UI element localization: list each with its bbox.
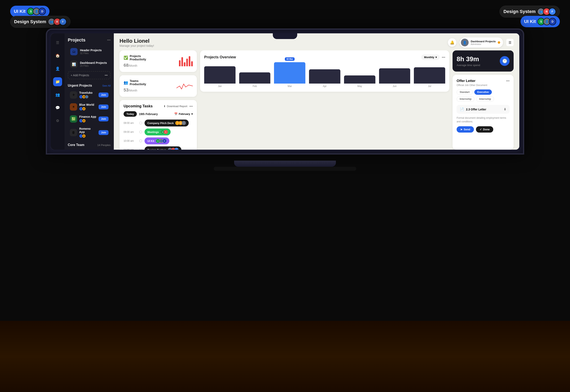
- teams-productivity-card: 👥 TeamsProductivity 53/Month: [120, 75, 197, 97]
- tr-avatar-f: F: [549, 8, 556, 15]
- tab-internship-2[interactable]: Internship: [476, 96, 494, 102]
- top-left-uikit-badge[interactable]: UI Kit S 👤 D: [10, 6, 49, 17]
- monthly-label: Monthly: [424, 56, 434, 59]
- user-role: Administor: [471, 43, 496, 45]
- user-chip[interactable]: 👤 Dashboard Projects Administor: [460, 37, 503, 48]
- offer-tabs: Standart Executive Internship Internship: [457, 89, 510, 102]
- sidebar-icon-hamburger[interactable]: ☰: [53, 38, 62, 47]
- urgent-info-traveluko: Traveluko T W 👤: [79, 91, 96, 98]
- top-right-uikit-avatars: S 👤 D: [538, 18, 556, 25]
- download-label: Download Report: [167, 105, 187, 108]
- sidebar-icon-home[interactable]: 🏠: [53, 51, 62, 60]
- sidebar-icon-folder[interactable]: 📁: [53, 77, 62, 86]
- task-time-0800: 08:00 am: [124, 122, 137, 125]
- download-report-button[interactable]: ⬇ Download Report: [164, 105, 187, 108]
- urgent-item-traveluko[interactable]: ✈ Traveluko T W 👤 Join: [68, 89, 111, 100]
- urgent-item-financeapp[interactable]: 💹 Finance App T W Join: [68, 113, 111, 124]
- project-item-dashboard[interactable]: 📊 Dashboard Projects 20 Files: [68, 58, 111, 70]
- sidebar-main: Projects ••• 🗂 Header Projects 32 Files: [64, 33, 114, 150]
- done-button[interactable]: ✓ Done: [476, 126, 494, 133]
- top-left-design-label: Design System: [14, 19, 46, 24]
- see-all-button[interactable]: See All: [102, 84, 111, 87]
- tab-executive[interactable]: Executive: [474, 89, 492, 95]
- blueworld-av-w: W: [82, 107, 86, 111]
- traveluko-av-photo: 👤: [85, 95, 89, 98]
- urgent-name-romeno: Romeno App: [79, 127, 96, 134]
- top-right-uikit-badge[interactable]: UI Kit S 👤 D: [521, 16, 560, 27]
- sidebar: ☰ 🏠 👤 📁 👥 💬 ⚙ Projects •••: [51, 33, 114, 150]
- join-button-blueworld[interactable]: Join: [99, 104, 108, 109]
- file-download-icon[interactable]: ⬇: [504, 107, 506, 111]
- sidebar-menu-dots[interactable]: •••: [107, 38, 111, 42]
- offer-description: Formal document detailing employment ter…: [457, 116, 510, 123]
- task-chip-pitchdeck: Company Pitch Deck T W +: [145, 120, 189, 126]
- tasks-header: Upcoming Tasks ⬇ Download Report •••: [124, 104, 193, 108]
- task-time-0900: 09:00 am: [124, 130, 137, 133]
- join-button-traveluko[interactable]: Join: [99, 93, 108, 98]
- project-icon-dashboard: 📊: [70, 61, 77, 68]
- month-select[interactable]: 📅 February ▾: [174, 112, 193, 115]
- menu-button[interactable]: ☰: [506, 39, 514, 46]
- avatar-f: F: [59, 18, 67, 25]
- join-button-romeno[interactable]: Join: [99, 130, 108, 135]
- tab-standart[interactable]: Standart: [457, 89, 473, 95]
- bar-jul: Jul: [414, 67, 445, 88]
- task-dot-0800: [139, 122, 142, 125]
- file-doc-icon: 📄: [460, 107, 464, 111]
- notification-button[interactable]: 🔔: [448, 38, 456, 47]
- user-name: Dashboard Projects: [471, 40, 496, 43]
- urgent-item-blueworld[interactable]: ☀ Blue World T W Join: [68, 101, 111, 112]
- right-panel: 8h 39m Average time spend 🕐 Offer Letter…: [452, 50, 514, 150]
- tr-avatar-d: D: [549, 18, 556, 25]
- bar-col-may: [344, 75, 375, 84]
- project-item-header[interactable]: 🗂 Header Projects 32 Files: [68, 46, 111, 57]
- join-button-financeapp[interactable]: Join: [99, 116, 108, 121]
- bar-col-feb: [239, 72, 270, 84]
- bar-jan: Jan: [204, 66, 236, 88]
- monthly-select[interactable]: Monthly ▾: [421, 55, 440, 60]
- main-content: Hello Lionel Manage your project today! …: [114, 33, 519, 150]
- bar-label-feb: Feb: [253, 85, 257, 88]
- core-team-header: Core Team 14 Peoples: [68, 143, 111, 147]
- projects-prod-info: ✅ ProjectsProductivity 68/Month: [124, 55, 146, 68]
- bar-mar: 60 Mar Mar: [274, 62, 305, 88]
- send-button[interactable]: ➤ Send: [457, 126, 474, 133]
- romeno-av-w: W: [82, 134, 86, 138]
- task-name-uikit: UI Kit: [147, 140, 154, 142]
- task-chip-meetings: Meetings G R: [145, 128, 171, 135]
- sidebar-icon-chat[interactable]: 💬: [53, 103, 62, 112]
- teams-prod-value: 53/Month: [124, 87, 146, 93]
- bar-chart: Jan Feb 60 Mar Mar: [204, 63, 445, 88]
- project-info-header: Header Projects 32 Files: [80, 49, 108, 55]
- offer-file: 📄 2.3 Offer Letter ⬇: [457, 105, 510, 114]
- header-right: 🔔 👤 Dashboard Projects Administor ☰: [448, 37, 514, 48]
- offer-letter-card: Offer Letter ••• Official Job Other Docu…: [452, 75, 514, 150]
- add-project-label: + Add Projects: [71, 74, 89, 77]
- clock-button[interactable]: 🕐: [500, 56, 510, 66]
- projects-mini-chart: [179, 56, 193, 66]
- member-reener[interactable]: 👤 Reener Joel Project Manager ✉: [68, 149, 111, 150]
- floor: [0, 321, 570, 392]
- task-name-pitchdeck: Company Pitch Deck: [147, 122, 174, 125]
- finance-av-w: W: [82, 119, 86, 123]
- task-dot-1100: [139, 148, 142, 150]
- top-left-design-badge[interactable]: Design System 👥 R F: [10, 16, 70, 28]
- tab-internship-1[interactable]: Internship: [457, 96, 475, 102]
- send-icon: ➤: [460, 128, 463, 131]
- sidebar-icon-settings[interactable]: ⚙: [53, 116, 62, 125]
- monthly-chevron: ▾: [435, 56, 437, 59]
- task-row-1000: 10:00 am UI Kit S 👤 D: [124, 138, 193, 144]
- task-time-1000: 10:00 am: [124, 140, 137, 142]
- projects-prod-label: ProjectsProductivity: [130, 55, 146, 61]
- urgent-item-romeno[interactable]: 🗑 Romeno App T W Join: [68, 126, 111, 140]
- sidebar-icon-user[interactable]: 👤: [53, 64, 62, 73]
- top-left-avatars: S 👤 D: [27, 8, 46, 15]
- offer-dots[interactable]: •••: [506, 79, 510, 83]
- project-name-dashboard: Dashboard Projects: [80, 61, 108, 64]
- tasks-dots[interactable]: •••: [189, 104, 193, 108]
- sidebar-icon-people[interactable]: 👥: [53, 90, 62, 99]
- overview-dots[interactable]: •••: [442, 56, 445, 59]
- overview-title: Projects Overview: [204, 55, 236, 59]
- add-project-button[interactable]: + Add Projects •••: [68, 71, 111, 79]
- prod-check-icon: ✅: [124, 56, 128, 60]
